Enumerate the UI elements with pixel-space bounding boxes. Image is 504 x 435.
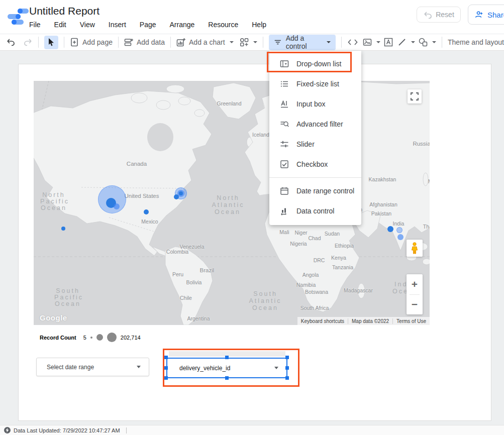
selection-handle[interactable] xyxy=(225,356,229,359)
add-chart-icon xyxy=(176,38,185,47)
dropdown-filter-control[interactable]: delivery_vehicle_id xyxy=(166,358,287,378)
status-bar: Data Last Updated: 7/29/2022 10:47:27 AM xyxy=(0,425,504,435)
map-zoom-control: + − xyxy=(407,274,423,314)
map-bubble xyxy=(387,226,393,232)
map-bubble xyxy=(179,191,183,195)
dropdown-control-label: delivery_vehicle_id xyxy=(167,365,274,372)
add-page-icon xyxy=(70,38,79,47)
toolbar: Add page Add data Add a chart Add a cont… xyxy=(0,34,504,51)
add-data-label: Add data xyxy=(137,38,165,46)
chevron-down-icon xyxy=(137,366,141,368)
selection-handle[interactable] xyxy=(164,356,168,359)
legend-bubble-small xyxy=(90,337,92,339)
person-add-icon xyxy=(474,10,483,19)
reset-button[interactable]: Reset xyxy=(417,7,461,23)
menu-item-label: Slider xyxy=(296,140,315,148)
chevron-down-icon xyxy=(411,41,415,43)
terms-of-use-link[interactable]: Terms of Use xyxy=(393,318,430,324)
menubar: FileEditViewInsertPageArrangeResourceHel… xyxy=(29,21,266,29)
zoom-in-button[interactable]: + xyxy=(407,274,423,294)
menubar-item-edit[interactable]: Edit xyxy=(54,21,66,29)
menu-item-label: Input box xyxy=(296,100,326,108)
checkbox-icon xyxy=(280,160,289,169)
date-range-control[interactable]: Select date range xyxy=(36,358,149,376)
add-page-label: Add page xyxy=(82,38,113,46)
selection-handle[interactable] xyxy=(164,366,168,370)
date-range-label: Select date range xyxy=(37,364,137,371)
bubble-map-chart[interactable]: GreenlandIcelandCanadaUnited StatesMexic… xyxy=(34,81,430,325)
legend-bubble-medium xyxy=(96,334,103,341)
share-button[interactable]: Share xyxy=(468,5,504,25)
menu-divider xyxy=(269,177,361,178)
menubar-item-page[interactable]: Page xyxy=(140,21,156,29)
advanced-filter-icon xyxy=(280,120,289,129)
menu-item-slider[interactable]: Slider xyxy=(269,134,361,154)
menu-item-advanced-filter[interactable]: Advanced filter xyxy=(269,114,361,134)
add-control-menu: Drop-down listFixed-size listInput boxAd… xyxy=(269,51,361,225)
menu-item-fixed-size-list[interactable]: Fixed-size list xyxy=(269,74,361,94)
legend-title: Record Count xyxy=(40,335,76,341)
undo-button[interactable] xyxy=(6,38,15,47)
redo-button[interactable] xyxy=(24,38,33,47)
report-canvas[interactable]: GreenlandIcelandCanadaUnited StatesMexic… xyxy=(18,64,491,421)
add-image-button[interactable] xyxy=(363,38,380,47)
legend-min-value: 5 xyxy=(83,335,86,341)
chevron-down-icon xyxy=(432,41,436,43)
add-text-button[interactable] xyxy=(384,38,393,47)
report-title[interactable]: Untitled Report xyxy=(29,5,99,17)
map-bubble xyxy=(61,227,65,231)
selection-handle[interactable] xyxy=(285,376,289,380)
menubar-item-file[interactable]: File xyxy=(29,21,41,29)
add-data-button[interactable]: Add data xyxy=(124,38,165,47)
theme-and-layout-button[interactable]: Theme and layout xyxy=(448,38,504,46)
chevron-down-icon xyxy=(274,367,278,369)
menubar-item-insert[interactable]: Insert xyxy=(109,21,126,29)
add-page-button[interactable]: Add page xyxy=(70,38,113,47)
community-visualizations-button[interactable] xyxy=(240,38,257,47)
dropdown-list-icon xyxy=(280,59,289,68)
select-tool-button[interactable] xyxy=(44,36,59,49)
add-control-label: Add a control xyxy=(286,34,322,50)
add-shape-button[interactable] xyxy=(419,38,436,47)
embed-button[interactable] xyxy=(347,38,358,47)
selection-handle[interactable] xyxy=(164,376,168,380)
selection-handle[interactable] xyxy=(225,376,229,380)
menubar-item-view[interactable]: View xyxy=(80,21,95,29)
menu-item-label: Drop-down list xyxy=(296,60,341,68)
add-control-button[interactable]: Add a control xyxy=(269,35,336,50)
menubar-item-help[interactable]: Help xyxy=(252,21,266,29)
menubar-item-arrange[interactable]: Arrange xyxy=(170,21,195,29)
legend-bubble-large xyxy=(107,333,117,342)
map-bubble xyxy=(114,203,120,209)
google-watermark: Google xyxy=(40,313,67,322)
menu-item-checkbox[interactable]: Checkbox xyxy=(269,154,361,174)
menu-item-input-box[interactable]: Input box xyxy=(269,94,361,114)
menubar-item-resource[interactable]: Resource xyxy=(208,21,238,29)
freshness-icon xyxy=(4,427,11,433)
filter-icon xyxy=(274,38,282,47)
add-chart-label: Add a chart xyxy=(189,38,225,46)
pegman-icon xyxy=(411,242,419,254)
shape-icon xyxy=(419,38,428,47)
menu-item-date-range-control[interactable]: Date range control xyxy=(269,181,361,201)
chevron-down-icon xyxy=(327,41,331,43)
zoom-out-button[interactable]: − xyxy=(407,295,423,315)
selection-handle[interactable] xyxy=(285,356,289,359)
share-label: Share xyxy=(487,11,504,19)
add-line-button[interactable] xyxy=(397,38,415,47)
pegman-button[interactable] xyxy=(407,240,423,257)
menu-item-drop-down-list[interactable]: Drop-down list xyxy=(269,54,361,74)
line-icon xyxy=(397,38,407,47)
image-icon xyxy=(363,38,372,47)
record-count-legend: Record Count 5 202,714 xyxy=(40,333,141,342)
input-box-icon xyxy=(280,99,289,108)
fullscreen-button[interactable] xyxy=(408,89,422,103)
redo-icon xyxy=(24,38,33,47)
map-attribution: Keyboard shortcuts Map data ©2022 Terms … xyxy=(297,317,430,325)
world-map xyxy=(34,81,430,325)
keyboard-shortcuts-link[interactable]: Keyboard shortcuts xyxy=(297,318,348,324)
selection-handle[interactable] xyxy=(285,366,289,370)
menu-item-data-control[interactable]: Data control xyxy=(269,201,361,221)
legend-max-value: 202,714 xyxy=(121,335,141,341)
add-chart-button[interactable]: Add a chart xyxy=(176,38,234,47)
